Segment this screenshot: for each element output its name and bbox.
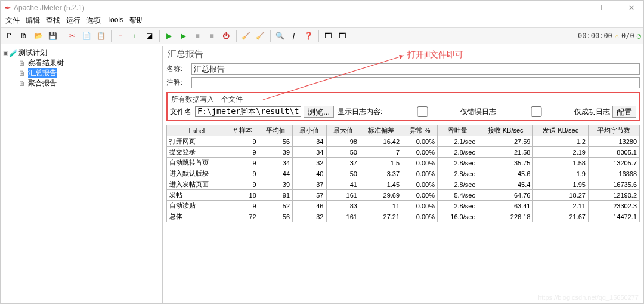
tree-item-results-tree[interactable]: 🗎 察看结果树 [3,58,160,68]
cut-icon[interactable]: ✂ [66,29,79,42]
window-title: Apache JMeter (5.2.1) [14,4,85,12]
comment-input[interactable] [191,77,640,88]
cell: 0.00% [402,201,438,211]
table-row[interactable]: 进入默认版块94440503.370.00%2.8/sec45.61.91686… [167,168,640,179]
tool-a-icon[interactable]: 🗔 [321,29,335,42]
cell: 总体 [167,211,227,222]
separator [236,30,237,42]
cell: 9 [227,136,259,147]
filename-input[interactable] [195,106,301,117]
col-header[interactable]: 最大值 [326,125,360,136]
cell: 0.00% [402,147,438,158]
table-row[interactable]: 总体72563216127.210.00%16.0/sec226.1821.67… [167,211,640,222]
tree-item-label: 汇总报告 [28,68,57,78]
tree-item-aggregate-report[interactable]: 🗎 聚合报告 [3,78,160,88]
col-header[interactable]: 发送 KB/sec [533,125,589,136]
clear-icon[interactable]: 🧹 [239,29,252,42]
cell: 1.2 [533,136,589,147]
col-header[interactable]: 平均值 [259,125,292,136]
col-header[interactable]: 吞吐量 [437,125,478,136]
only-errors-checkbox[interactable] [386,106,459,117]
file-caption: 所有数据写入一个文件 [170,94,636,105]
tree-item-summary-report[interactable]: 🗎 汇总报告 [3,68,160,78]
toggle-icon[interactable]: ◪ [143,29,156,42]
cell: 39 [259,179,292,190]
table-row[interactable]: 自动跳转首页93432371.50.00%2.8/sec35.751.58132… [167,158,640,168]
paste-icon[interactable]: 📋 [94,29,107,42]
close-button[interactable]: ✕ [623,3,640,13]
copy-icon[interactable]: 📄 [80,29,93,42]
col-header[interactable]: Label [167,125,227,136]
stop-remote-icon[interactable]: ■ [205,29,218,42]
open-icon[interactable]: 📂 [32,29,45,42]
cell: 57 [293,190,326,201]
table-row[interactable]: 进入发帖页面93937411.450.00%2.8/sec45.41.95167… [167,179,640,190]
page-icon: 🗎 [18,79,27,88]
menu-edit[interactable]: 编辑 [24,15,41,26]
col-header[interactable]: # 样本 [227,125,259,136]
template-icon[interactable]: 🗎 [17,29,30,42]
tool-b-icon[interactable]: 🗔 [336,29,349,42]
table-row[interactable]: 提交登录939345070.00%2.8/sec21.582.198005.1 [167,147,640,158]
new-icon[interactable]: 🗋 [3,29,16,42]
menu-help[interactable]: 帮助 [128,15,145,26]
menu-search[interactable]: 查找 [45,15,61,26]
menu-options[interactable]: 选项 [85,15,102,26]
separator [63,30,63,42]
file-output-box: 所有数据写入一个文件 文件名 浏览... 显示日志内容: 仅错误日志 仅成功日志… [166,92,640,121]
cell: 226.18 [478,211,533,222]
cell: 9 [227,168,259,179]
test-plan-tree[interactable]: ▣ 🧪 测试计划 🗎 察看结果树 🗎 汇总报告 🗎 聚合报告 [1,46,163,303]
cell: 45.4 [478,179,533,190]
table-row[interactable]: 打开网页956349816.420.00%2.1/sec27.591.21328… [167,136,640,147]
cell: 发帖 [167,190,227,201]
save-icon[interactable]: 💾 [46,29,59,42]
cell: 35.75 [478,158,533,168]
col-header[interactable]: 最小值 [293,125,326,136]
cell: 13280 [588,136,639,147]
menu-file[interactable]: 文件 [4,15,21,26]
tree-root[interactable]: ▣ 🧪 测试计划 [3,48,160,58]
maximize-button[interactable]: ☐ [595,3,612,13]
search-icon[interactable]: 🔍 [273,29,286,42]
name-input[interactable] [191,63,640,75]
only-success-checkbox[interactable] [500,106,573,117]
cell: 8005.1 [588,147,639,158]
minimize-button[interactable]: — [566,3,584,13]
col-header[interactable]: 标准偏差 [360,125,402,136]
cell: 14472.1 [588,211,639,222]
cell: 2.8/sec [437,168,478,179]
table-row[interactable]: 发帖18915716129.690.00%5.4/sec64.7618.2712… [167,190,640,201]
function-icon[interactable]: ƒ [287,29,301,42]
collapse-icon[interactable]: ▣ [3,50,9,56]
clear-all-icon[interactable]: 🧹 [253,29,267,42]
filename-label: 文件名 [170,107,195,117]
plus-icon[interactable]: ＋ [128,29,141,42]
cell: 2.11 [533,201,589,211]
browse-button[interactable]: 浏览... [304,106,334,118]
window-controls: — ☐ ✕ [566,3,640,13]
cell: 3.37 [360,168,402,179]
col-header[interactable]: 接收 KB/sec [478,125,533,136]
cell: 161 [326,190,360,201]
busy-icon: ◔ [637,32,641,40]
start-no-pause-icon[interactable]: ▶ [177,29,190,42]
table-row[interactable]: 自动读贴9524683110.00%2.8/sec63.412.1123302.… [167,201,640,211]
cell: 44 [259,168,292,179]
menu-tools[interactable]: Tools [106,15,125,26]
cell: 0.00% [402,168,438,179]
configure-button[interactable]: 配置 [612,106,636,118]
help-icon[interactable]: ❓ [302,29,315,42]
shutdown-icon[interactable]: ⏻ [219,29,233,42]
start-icon[interactable]: ▶ [162,29,175,42]
col-header[interactable]: 平均字节数 [588,125,639,136]
separator [111,30,112,42]
col-header[interactable]: 异常 % [402,125,438,136]
minus-icon[interactable]: − [114,29,127,42]
cell: 2.8/sec [437,179,478,190]
menu-run[interactable]: 运行 [65,15,82,26]
stop-icon[interactable]: ■ [191,29,204,42]
cell: 2.8/sec [437,147,478,158]
cell: 41 [326,179,360,190]
cell: 1.5 [360,158,402,168]
